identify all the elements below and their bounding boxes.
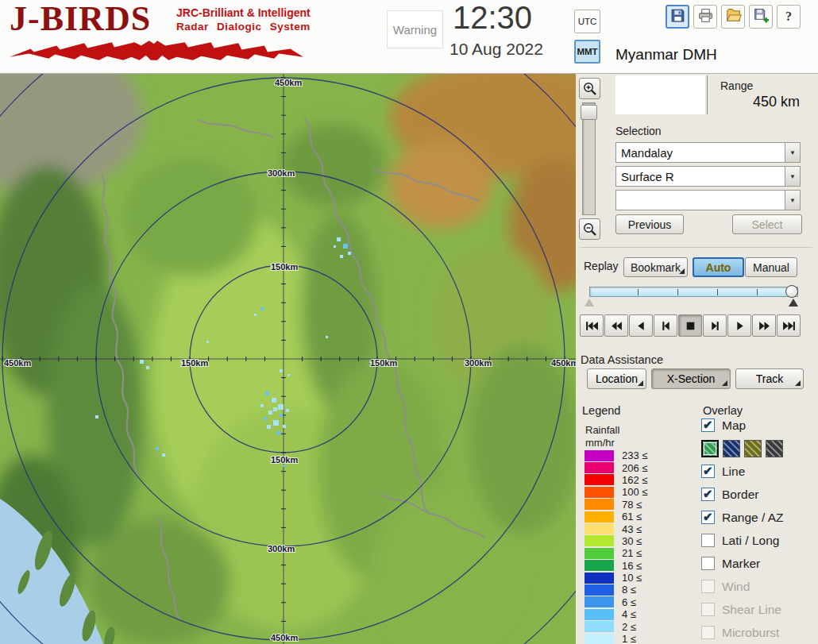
step-back-button[interactable] [654, 314, 677, 337]
legend-row: 2 ≤ [585, 620, 647, 632]
overlay-item-microburst: Microburst [701, 621, 817, 644]
selection-dropdown-1[interactable]: Mandalay▼ [615, 142, 801, 163]
timezone-mmt-button[interactable]: MMT [574, 40, 600, 64]
export-button[interactable] [749, 5, 773, 29]
print-button[interactable] [693, 5, 717, 29]
select-button[interactable]: Select [732, 214, 802, 234]
legend-color-swatch [585, 621, 614, 632]
overlay-item-line[interactable]: Line [701, 460, 817, 483]
fast-rewind-button[interactable] [604, 314, 628, 337]
map-style-swatch-1[interactable] [701, 440, 719, 457]
zoom-out-button[interactable] [579, 218, 600, 240]
radar-map-canvas: 450km300km150km150km300km450km450km150km… [0, 74, 576, 644]
lati-long-checkbox[interactable] [701, 534, 715, 547]
legend-row: 8 ≤ [585, 584, 647, 596]
slider-tick [638, 289, 639, 295]
previous-button[interactable]: Previous [615, 214, 684, 234]
replay-label: Replay [584, 260, 619, 272]
border-checkbox[interactable] [701, 488, 715, 501]
open-folder-button[interactable] [721, 5, 745, 29]
overlay-item-lati-long[interactable]: Lati / Long [701, 529, 817, 552]
app-logo-subtitle-2: Radar Dialogic System [176, 21, 311, 33]
overlay-item-marker[interactable]: Marker [701, 552, 817, 575]
skip-to-start-button[interactable] [580, 314, 604, 337]
legend-value: 43 ≤ [622, 523, 642, 535]
dropdown-value: Mandalay [616, 143, 785, 162]
legend-value: 2 ≤ [622, 621, 636, 633]
map-checkbox[interactable] [701, 418, 715, 432]
skip-to-end-button[interactable] [777, 314, 801, 337]
legend-color-swatch [585, 584, 614, 596]
zoom-in-button[interactable] [579, 78, 600, 99]
location-button[interactable]: Location [587, 368, 646, 389]
play-button[interactable] [727, 314, 751, 337]
overlay-item-range-az[interactable]: Range / AZ [701, 506, 817, 529]
manual-button[interactable]: Manual [745, 257, 797, 277]
auto-button[interactable]: Auto [693, 257, 744, 277]
chevron-down-icon[interactable]: ▼ [785, 143, 800, 162]
svg-text:450km: 450km [4, 358, 31, 368]
slider-start-marker[interactable] [585, 299, 594, 307]
legend-value: 4 ≤ [622, 608, 636, 620]
warning-button[interactable]: Warning [387, 10, 443, 48]
legend-value: 16 ≤ [622, 560, 642, 572]
map-style-swatch-4[interactable] [766, 440, 783, 457]
legend-row: 43 ≤ [585, 523, 647, 534]
section-divider [581, 247, 812, 248]
microburst-checkbox [701, 626, 715, 639]
selection-dropdown-3[interactable]: ▼ [615, 190, 801, 210]
chevron-down-icon[interactable]: ▼ [785, 167, 800, 186]
selection-dropdown-2[interactable]: Surface R▼ [615, 166, 801, 187]
overlay-item-label: Border [722, 488, 759, 502]
legend-color-swatch [585, 499, 614, 510]
fast-forward-button[interactable] [752, 314, 776, 337]
legend-color-swatch [585, 596, 614, 607]
step-back-icon [659, 322, 673, 330]
overlay-item-label: Wind [722, 580, 750, 594]
save-button[interactable] [666, 5, 689, 29]
chevron-down-icon[interactable]: ▼ [785, 191, 800, 210]
replay-slider-handle[interactable] [785, 285, 798, 298]
overlay-item-label: Range / AZ [722, 511, 784, 525]
zoom-slider[interactable] [582, 102, 596, 215]
legend-color-swatch [585, 511, 614, 523]
map-style-swatches [701, 437, 817, 460]
replay-time-slider[interactable] [589, 287, 798, 297]
selection-label: Selection [615, 125, 662, 137]
map-style-swatch-3[interactable] [744, 440, 762, 457]
zoom-in-icon [582, 81, 598, 97]
range-display-box [615, 75, 705, 114]
overlay-item-map[interactable]: Map [701, 414, 817, 437]
bookmark-button[interactable]: Bookmark [623, 257, 688, 277]
map-style-swatch-2[interactable] [723, 440, 740, 457]
clock-time: 12:30 [453, 0, 532, 36]
step-forward-button[interactable] [703, 314, 727, 337]
legend-row: 162 ≤ [585, 474, 647, 486]
svg-text:300km: 300km [465, 358, 492, 368]
line-checkbox[interactable] [701, 465, 715, 478]
svg-text:300km: 300km [268, 544, 295, 553]
svg-text:150km: 150km [271, 262, 298, 272]
legend-color-swatch [585, 548, 614, 559]
stop-button[interactable] [678, 314, 702, 337]
overlay-item-shear-line: Shear Line [701, 598, 817, 621]
range-az-checkbox[interactable] [701, 511, 715, 524]
track-button[interactable]: Track [735, 368, 804, 389]
legend-row: 78 ≤ [585, 499, 647, 511]
play-reverse-icon [635, 322, 648, 330]
legend-color-swatch [585, 462, 614, 473]
slider-tick [717, 289, 718, 295]
play-icon [733, 322, 747, 330]
legend-value: 6 ≤ [622, 596, 636, 608]
play-reverse-button[interactable] [629, 314, 653, 337]
legend-row: 61 ≤ [585, 511, 647, 523]
x-section-button[interactable]: X-Section [651, 368, 731, 389]
slider-end-marker[interactable] [789, 299, 798, 307]
legend-value: 61 ≤ [622, 511, 642, 523]
radar-map[interactable]: 450km300km150km150km300km450km450km150km… [0, 74, 576, 644]
zoom-slider-thumb[interactable] [581, 105, 597, 120]
marker-checkbox[interactable] [701, 557, 715, 570]
overlay-item-border[interactable]: Border [701, 483, 817, 506]
help-button[interactable]: ? [777, 5, 801, 29]
timezone-utc-button[interactable]: UTC [574, 10, 600, 33]
